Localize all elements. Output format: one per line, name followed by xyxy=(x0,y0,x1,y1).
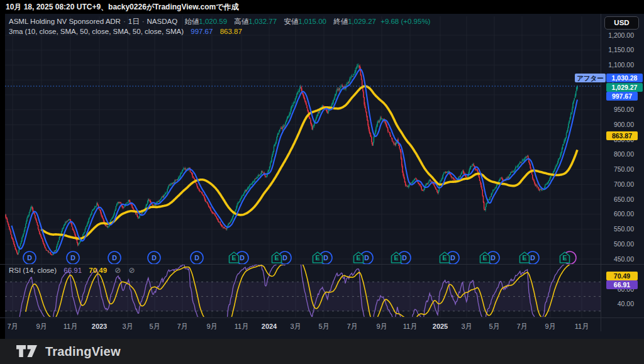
ma10-price-badge: 997.67 xyxy=(606,92,638,101)
time-tick-label: 3月 xyxy=(290,323,301,331)
chart-canvas[interactable]: DDDDDDEDEDEDEDEDEDEDEE xyxy=(0,14,644,339)
symbol-title[interactable]: ASML Holding NV Sponsored ADR xyxy=(9,18,121,25)
time-tick-label: 11月 xyxy=(403,323,417,331)
bottom-toolbar: TradingView xyxy=(0,339,644,364)
svg-text:D: D xyxy=(70,254,75,262)
price-tick-label: 800.00 xyxy=(614,150,634,158)
close-value: 1,029.27 xyxy=(348,18,376,25)
tradingview-logo-icon xyxy=(16,345,39,359)
price-axis-separator xyxy=(601,14,601,331)
change-value: +9.68 (+0.95%) xyxy=(380,18,430,25)
after-hours-label-badge: アフター xyxy=(575,74,606,82)
dividend-marker[interactable]: D xyxy=(191,251,203,264)
close-label: 終値 xyxy=(333,18,348,25)
ma-indicator-title[interactable]: 3ma (10, close, SMA, 50, close, SMA, 50,… xyxy=(9,28,184,35)
price-tick-label: 450.00 xyxy=(614,255,634,263)
time-tick-label: 5月 xyxy=(149,323,160,331)
price-tick-label: 950.00 xyxy=(614,106,634,114)
price-tick-label: 1,150.00 xyxy=(608,46,634,54)
svg-text:D: D xyxy=(282,254,287,262)
time-tick-label: 11月 xyxy=(64,323,77,331)
svg-text:D: D xyxy=(530,254,535,262)
svg-text:D: D xyxy=(112,254,117,262)
price-tick-label: 650.00 xyxy=(614,196,634,204)
time-axis-separator xyxy=(0,317,644,318)
svg-text:E: E xyxy=(442,254,447,262)
high-value: 1,032.77 xyxy=(248,18,277,25)
dividend-marker[interactable]: D xyxy=(67,251,79,264)
chart-panel[interactable]: DDDDDDEDEDEDEDEDEDEDEE ASML Holding NV S… xyxy=(0,14,644,339)
symbol-row[interactable]: ASML Holding NV Sponsored ADR·1日·NASDAQ … xyxy=(9,17,430,26)
svg-text:E: E xyxy=(482,254,487,262)
price-tick-label: 900.00 xyxy=(614,121,634,129)
time-tick-label: 9月 xyxy=(206,323,217,331)
ma50-value: 863.87 xyxy=(220,28,242,35)
currency-toggle-button[interactable]: USD xyxy=(604,16,639,30)
open-value: 1,020.59 xyxy=(199,18,227,25)
dividend-marker[interactable]: D xyxy=(148,251,160,264)
timeframe[interactable]: 1日 xyxy=(128,18,140,25)
pane-separator[interactable] xyxy=(0,264,644,265)
time-tick-label: 11月 xyxy=(235,323,248,331)
svg-text:D: D xyxy=(27,254,32,262)
hidden-output-icon[interactable]: ⊘ xyxy=(114,266,121,275)
time-tick-label: 5月 xyxy=(318,323,329,331)
separator-dot: · xyxy=(140,18,147,25)
svg-text:E: E xyxy=(394,254,398,262)
rsi-tick-label: 40.00 xyxy=(618,300,634,308)
time-tick-label: 11月 xyxy=(575,323,589,331)
separator-dot: · xyxy=(121,18,128,25)
svg-text:E: E xyxy=(274,254,279,262)
low-label: 安値 xyxy=(284,18,298,25)
dividend-marker[interactable]: D xyxy=(108,251,121,264)
price-tick-label: 1,100.00 xyxy=(608,61,634,69)
time-tick-label: 9月 xyxy=(36,323,47,331)
left-gutter xyxy=(0,14,5,339)
price-tick-label: 750.00 xyxy=(614,165,634,174)
last-price-badge: 1,029.27 xyxy=(606,83,643,92)
hidden-output-icon[interactable]: ⊘ xyxy=(129,266,135,275)
svg-text:D: D xyxy=(450,254,455,262)
svg-text:E: E xyxy=(356,254,360,262)
price-tick-label: 1,200.00 xyxy=(608,31,634,40)
svg-text:D: D xyxy=(323,254,328,262)
after-hours-price-badge: 1,030.28 xyxy=(606,74,643,82)
price-tick-label: 600.00 xyxy=(614,210,634,218)
ma50-price-badge: 863.87 xyxy=(606,131,638,140)
time-tick-label: 7月 xyxy=(347,323,357,331)
rsi-value: 66.91 xyxy=(64,267,82,274)
open-label: 始値 xyxy=(184,18,199,25)
svg-text:E: E xyxy=(231,254,236,262)
dividend-marker[interactable]: D xyxy=(23,251,36,264)
time-tick-label: 9月 xyxy=(376,323,387,331)
ma-indicator-row[interactable]: 3ma (10, close, SMA, 50, close, SMA, 50,… xyxy=(9,27,430,36)
time-tick-label: 7月 xyxy=(7,323,18,331)
svg-text:D: D xyxy=(364,254,369,262)
rsi-ma-badge: 70.49 xyxy=(606,272,638,280)
rsi-title[interactable]: RSI (14, close) xyxy=(9,267,57,274)
time-tick-label: 7月 xyxy=(177,323,187,331)
snapshot-attribution-bar: 10月 18, 2025 08:20 UTC+9、backy0226がTradi… xyxy=(0,0,644,14)
rsi-indicator-row[interactable]: RSI (14, close) 66.91 70.49 ⊘ ⊘ xyxy=(9,266,135,275)
svg-text:D: D xyxy=(402,254,407,262)
snapshot-attribution-text: 10月 18, 2025 08:20 UTC+9、backy0226がTradi… xyxy=(6,3,238,11)
time-tick-label: 5月 xyxy=(489,323,499,331)
ma10-value: 997.67 xyxy=(191,28,213,35)
price-tick-label: 700.00 xyxy=(614,180,634,189)
high-label: 高値 xyxy=(234,18,248,25)
svg-text:D: D xyxy=(194,254,199,262)
svg-text:E: E xyxy=(562,254,567,262)
low-value: 1,015.00 xyxy=(298,18,326,25)
svg-text:D: D xyxy=(152,254,157,262)
exchange[interactable]: NASDAQ xyxy=(147,18,178,25)
tradingview-logo-text: TradingView xyxy=(45,345,121,359)
tradingview-logo[interactable]: TradingView xyxy=(16,345,121,359)
time-tick-label: 2024 xyxy=(262,323,277,331)
time-tick-label: 3月 xyxy=(461,323,472,331)
rsi-ma-value: 70.49 xyxy=(89,267,107,274)
time-tick-label: 3月 xyxy=(122,323,133,331)
earnings-marker[interactable]: E xyxy=(560,252,570,263)
time-tick-label: 2023 xyxy=(92,323,107,331)
chart-legend[interactable]: ASML Holding NV Sponsored ADR·1日·NASDAQ … xyxy=(9,17,430,37)
svg-text:E: E xyxy=(315,254,319,262)
